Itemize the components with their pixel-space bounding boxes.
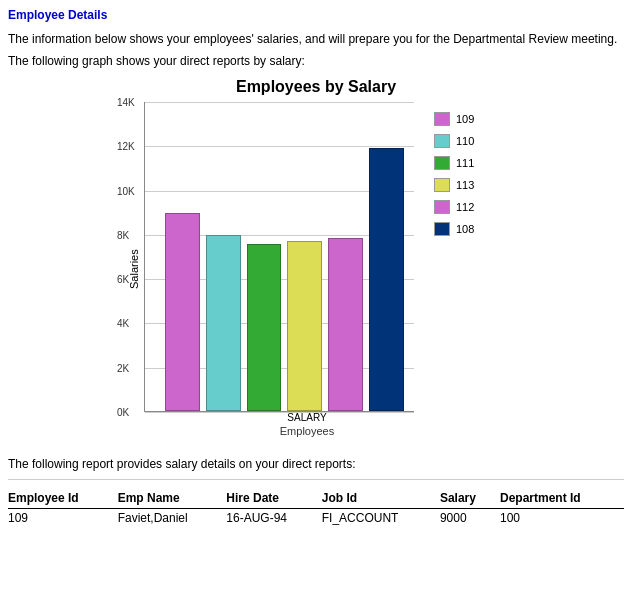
legend-label-111: 111 bbox=[456, 157, 474, 169]
legend-label-112: 112 bbox=[456, 201, 474, 213]
y-axis-label: Salaries bbox=[126, 102, 144, 437]
intro-line1: The information below shows your employe… bbox=[8, 32, 624, 46]
bar-110 bbox=[206, 235, 241, 411]
bar-113 bbox=[287, 241, 322, 411]
table-header-row: Employee Id Emp Name Hire Date Job Id Sa… bbox=[8, 488, 624, 509]
legend-item-113: 113 bbox=[434, 178, 474, 192]
cell-job_id: FI_ACCOUNT bbox=[322, 509, 440, 528]
chart-container: Employees by Salary Salaries 14K12K10K8K… bbox=[8, 78, 624, 437]
legend-swatch-109 bbox=[434, 112, 450, 126]
legend-swatch-113 bbox=[434, 178, 450, 192]
legend-swatch-111 bbox=[434, 156, 450, 170]
bar-112 bbox=[328, 238, 363, 411]
legend-label-108: 108 bbox=[456, 223, 474, 235]
page-title: Employee Details bbox=[8, 8, 624, 22]
col-employee-id: Employee Id bbox=[8, 488, 118, 509]
chart-and-legend: 14K12K10K8K6K4K2K0K 109110111113112108 bbox=[144, 102, 506, 412]
legend-item-112: 112 bbox=[434, 200, 474, 214]
bar-108 bbox=[369, 148, 404, 411]
chart-inner: 14K12K10K8K6K4K2K0K 109110111113112108 S… bbox=[144, 102, 506, 437]
chart-title: Employees by Salary bbox=[236, 78, 396, 96]
cell-department_id: 100 bbox=[500, 509, 624, 528]
chart-area: Salaries 14K12K10K8K6K4K2K0K 10911011111… bbox=[126, 102, 506, 437]
divider bbox=[8, 479, 624, 480]
employee-table: Employee Id Emp Name Hire Date Job Id Sa… bbox=[8, 488, 624, 527]
legend-item-108: 108 bbox=[434, 222, 474, 236]
intro-line2: The following graph shows your direct re… bbox=[8, 54, 624, 68]
col-hire-date: Hire Date bbox=[226, 488, 321, 509]
table-row: 109Faviet,Daniel16-AUG-94FI_ACCOUNT90001… bbox=[8, 509, 624, 528]
legend-swatch-108 bbox=[434, 222, 450, 236]
legend-item-110: 110 bbox=[434, 134, 474, 148]
x-axis-label: SALARY bbox=[172, 412, 442, 423]
cell-hire_date: 16-AUG-94 bbox=[226, 509, 321, 528]
legend-label-110: 110 bbox=[456, 135, 474, 147]
cell-employee_id: 109 bbox=[8, 509, 118, 528]
x-employees-label: Employees bbox=[172, 425, 442, 437]
col-salary: Salary bbox=[440, 488, 500, 509]
legend-item-109: 109 bbox=[434, 112, 474, 126]
legend-label-113: 113 bbox=[456, 179, 474, 191]
col-emp-name: Emp Name bbox=[118, 488, 227, 509]
bar-109 bbox=[165, 213, 200, 411]
bar-111 bbox=[247, 244, 282, 411]
col-job-id: Job Id bbox=[322, 488, 440, 509]
cell-emp_name: Faviet,Daniel bbox=[118, 509, 227, 528]
col-department-id: Department Id bbox=[500, 488, 624, 509]
legend-swatch-112 bbox=[434, 200, 450, 214]
chart-legend: 109110111113112108 bbox=[434, 102, 474, 236]
legend-item-111: 111 bbox=[434, 156, 474, 170]
legend-swatch-110 bbox=[434, 134, 450, 148]
cell-salary: 9000 bbox=[440, 509, 500, 528]
legend-label-109: 109 bbox=[456, 113, 474, 125]
chart-plot: 14K12K10K8K6K4K2K0K bbox=[144, 102, 414, 412]
report-intro: The following report provides salary det… bbox=[8, 457, 624, 471]
